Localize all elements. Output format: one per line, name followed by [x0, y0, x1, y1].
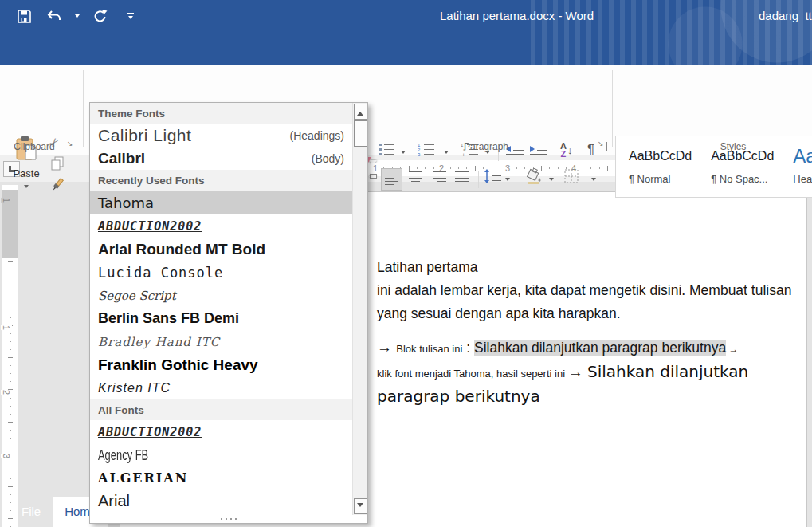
lightbulb-icon — [732, 505, 743, 521]
scrollbar-thumb[interactable] — [354, 120, 367, 147]
font-section-recently-used-fonts: Recently Used Fonts — [90, 170, 352, 191]
font-item-segoe-script[interactable]: Segoe Script — [90, 284, 352, 307]
align-center-button[interactable] — [409, 171, 422, 182]
text-segment: → — [726, 344, 738, 355]
paragraph-group-label: Paragraph — [414, 141, 558, 152]
vertical-ruler: 1123 — [2, 185, 18, 527]
font-item-label: Kristen ITC — [98, 381, 171, 395]
ruler-number: 3 — [504, 163, 512, 174]
align-right-button[interactable] — [433, 171, 446, 182]
svg-text:i: i — [463, 152, 464, 156]
window-title: Latihan pertama.docx - Word — [440, 9, 594, 22]
font-item-arial-rounded-mt-bold[interactable]: Arial Rounded MT Bold — [90, 238, 352, 261]
redo-icon[interactable] — [91, 6, 110, 26]
paragraph-dialog-launcher-icon[interactable]: ↘ — [598, 142, 607, 151]
line-spacing-dropdown-icon[interactable] — [505, 178, 510, 183]
font-item-label: Tahoma — [98, 195, 154, 211]
left-indent-marker[interactable] — [370, 174, 377, 179]
paragraph: ini adalah lembar kerja, kita dapat meng… — [377, 279, 812, 325]
ruler-number: 1 — [1, 325, 12, 330]
paste-label: Paste — [6, 167, 46, 179]
copy-button[interactable] — [51, 156, 65, 174]
scroll-down-button[interactable] — [354, 498, 367, 514]
paste-dropdown-icon[interactable] — [24, 185, 29, 191]
tab-review[interactable]: Review — [436, 497, 499, 527]
align-left-button[interactable] — [381, 168, 402, 191]
shading-dropdown-icon[interactable] — [549, 178, 554, 183]
customize-quick-access-icon[interactable] — [121, 6, 140, 26]
font-section-all-fonts: All Fonts — [90, 399, 352, 420]
tab-file[interactable]: File — [10, 497, 53, 527]
font-item-tag: (Body) — [312, 152, 344, 165]
scroll-up-button[interactable] — [354, 104, 367, 120]
text-segment: ini adalah lembar kerja, kita dapat meng… — [377, 282, 791, 321]
text-segment: → — [377, 339, 396, 356]
font-item-abduction2002[interactable]: ABDUCTION2002 — [90, 214, 352, 238]
font-item-abduction2002[interactable]: ABDUCTION2002 — [90, 420, 352, 443]
style-name: Heading 1 — [793, 173, 812, 185]
document-text: Latihan pertamaini adalah lembar kerja, … — [377, 256, 812, 409]
tab-view[interactable]: View — [499, 497, 548, 527]
tab-developer[interactable]: Developer — [549, 497, 627, 527]
paragraph: Latihan pertama — [377, 256, 812, 279]
borders-button[interactable] — [564, 169, 579, 183]
line-spacing-icon — [484, 169, 501, 183]
tell-me-label: Tell me w — [751, 506, 801, 520]
font-item-arial[interactable]: Arial — [90, 490, 352, 513]
shading-button[interactable] — [524, 168, 543, 184]
bullets-button[interactable] — [379, 143, 394, 155]
font-item-tahoma[interactable]: Tahoma — [90, 191, 352, 214]
font-item-lucida-console[interactable]: Lucida Console — [90, 261, 352, 284]
font-item-label: ABDUCTION2002 — [98, 425, 202, 439]
format-painter-button[interactable] — [49, 177, 65, 196]
font-item-tag: (Headings) — [290, 129, 344, 142]
undo-icon[interactable] — [45, 6, 64, 26]
font-section-theme-fonts: Theme Fonts — [90, 103, 352, 124]
paragraph: → Blok tulisan ini : Silahkan dilanjutka… — [377, 336, 812, 360]
ruler-number: 1 — [371, 163, 379, 174]
font-item-label: Arial — [98, 492, 130, 510]
bullets-dropdown-icon[interactable] — [401, 151, 406, 156]
justify-button[interactable] — [455, 171, 469, 182]
account-name[interactable]: dadang_tt — [759, 9, 812, 22]
font-item-berlin-sans-fb-demi[interactable]: Berlin Sans FB Demi — [90, 307, 352, 330]
tell-me-box[interactable]: Tell me w — [732, 505, 801, 521]
undo-dropdown-icon[interactable] — [75, 14, 80, 20]
font-item-bradley-hand-itc[interactable]: Bradley Hand ITC — [90, 330, 352, 353]
font-list: Theme FontsCalibri Light(Headings)Calibr… — [90, 103, 352, 515]
font-item-calibri[interactable]: Calibri(Body) — [90, 147, 352, 170]
tab-help[interactable]: Help — [627, 497, 676, 527]
tab-mailings[interactable]: Mailings — [368, 497, 436, 527]
clipboard-group-label: Clipboard — [0, 141, 69, 152]
save-icon[interactable] — [14, 6, 33, 26]
borders-dropdown-icon[interactable] — [591, 178, 596, 183]
show-formatting-button[interactable]: ¶ — [587, 142, 594, 158]
svg-text:3: 3 — [418, 152, 421, 157]
borders-icon — [564, 169, 579, 183]
font-item-calibri-light[interactable]: Calibri Light(Headings) — [90, 124, 352, 147]
font-item-franklin-gothic-heavy[interactable]: Franklin Gothic Heavy — [90, 353, 352, 376]
dropdown-resize-grip[interactable] — [90, 515, 367, 523]
font-list-scrollbar[interactable] — [352, 103, 367, 515]
paragraph: klik font menjadi Tahoma, hasil seperti … — [377, 360, 812, 409]
bullets-icon — [379, 143, 394, 155]
font-item-label: Lucida Console — [98, 265, 223, 281]
line-spacing-button[interactable] — [484, 169, 501, 183]
copy-icon — [51, 156, 65, 171]
sort-button[interactable]: AZ ↓ — [560, 142, 572, 158]
style-name: ¶ No Spac... — [711, 173, 774, 185]
align-right-icon — [433, 171, 446, 182]
font-item-label: Arial Rounded MT Bold — [98, 241, 265, 258]
font-item-label: Agency FB — [98, 446, 148, 464]
font-item-label: Franklin Gothic Heavy — [98, 356, 258, 374]
font-item-agency-fb[interactable]: Agency FB — [90, 443, 352, 466]
font-item-kristen-itc[interactable]: Kristen ITC — [90, 376, 352, 399]
font-dropdown: Theme FontsCalibri Light(Headings)Calibr… — [89, 102, 368, 524]
ribbon-tab-bar — [0, 32, 812, 65]
styles-group-label: Styles — [661, 141, 805, 152]
style-name: ¶ Normal — [629, 173, 692, 185]
clipboard-dialog-launcher-icon[interactable]: ↘ — [67, 142, 76, 151]
font-item-algerian[interactable]: ALGERIAN — [90, 466, 352, 490]
font-item-label: Bradley Hand ITC — [98, 335, 220, 349]
text-segment: Latihan pertama — [377, 259, 477, 275]
